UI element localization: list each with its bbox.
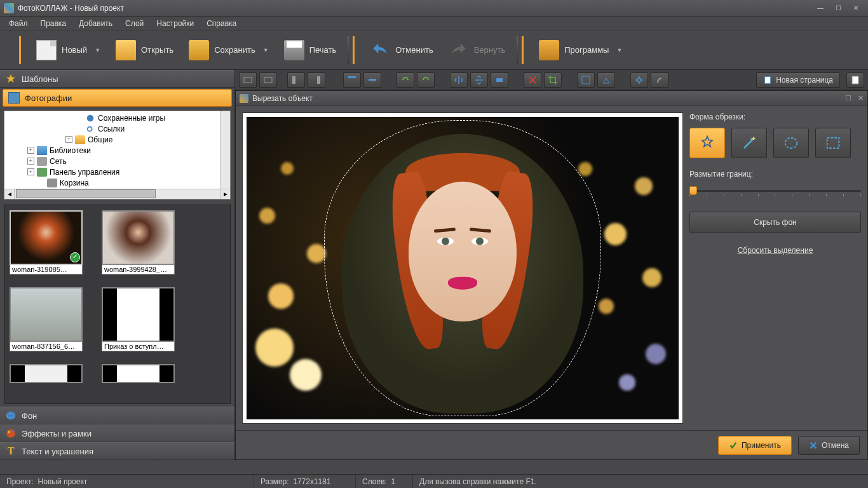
settings-button[interactable] <box>630 72 648 88</box>
programs-button[interactable]: Программы ▼ <box>531 35 630 65</box>
panel-background[interactable]: Фон <box>0 407 234 424</box>
menu-settings[interactable]: Настройки <box>150 17 200 30</box>
programs-label: Программы <box>564 45 609 55</box>
open-label: Открыть <box>141 45 173 55</box>
new-button[interactable]: Новый ▼ <box>29 35 108 65</box>
reset-selection-link[interactable]: Сбросить выделение <box>689 246 861 255</box>
menu-file[interactable]: Файл <box>3 17 34 30</box>
tool-button[interactable] <box>651 72 668 88</box>
thumb-item[interactable]: Приказ о вступл… <box>102 287 175 351</box>
dialog-maximize-button[interactable]: ☐ <box>845 94 851 102</box>
svg-rect-10 <box>348 76 356 78</box>
shape-wand-button[interactable] <box>731 128 767 158</box>
menu-edit[interactable]: Правка <box>34 17 73 30</box>
templates-label: Шаблоны <box>22 74 58 84</box>
tool-button[interactable] <box>308 72 325 88</box>
tool-button[interactable] <box>597 72 615 88</box>
close-button[interactable]: ✕ <box>848 3 864 14</box>
network-icon <box>37 157 47 166</box>
canvas[interactable] <box>242 112 683 424</box>
thumb-item[interactable] <box>102 364 175 383</box>
thumb-item[interactable]: woman-319085… <box>10 210 83 274</box>
palette-icon <box>5 428 17 439</box>
redo-button[interactable]: Вернуть <box>441 35 513 65</box>
cancel-button[interactable]: Отмена <box>798 436 860 455</box>
svg-point-5 <box>11 431 13 433</box>
shape-freehand-button[interactable] <box>689 128 725 158</box>
undo-button[interactable]: Отменить <box>362 35 440 65</box>
dialog-close-button[interactable]: ✕ <box>858 94 864 102</box>
panel-text[interactable]: T Текст и украшения <box>0 442 234 460</box>
check-icon <box>729 441 738 450</box>
apply-button[interactable]: Применить <box>718 436 792 455</box>
redo-label: Вернуть <box>474 45 506 55</box>
print-label: Печать <box>309 45 337 55</box>
tree-item[interactable]: +Библиотеки <box>6 145 229 156</box>
menu-help[interactable]: Справка <box>200 17 243 30</box>
delete-button[interactable] <box>524 72 541 88</box>
rotate-button[interactable] <box>417 72 435 88</box>
align-button[interactable] <box>363 72 381 88</box>
print-button[interactable]: Печать <box>276 35 344 65</box>
align-button[interactable] <box>343 72 361 88</box>
hide-background-button[interactable]: Скрыть фон <box>689 212 861 233</box>
thumb-item[interactable] <box>10 364 83 383</box>
panel-photos[interactable]: Фотографии <box>3 89 232 107</box>
background-label: Фон <box>22 411 37 421</box>
menu-add[interactable]: Добавить <box>72 17 119 30</box>
panel-effects[interactable]: Эффекты и рамки <box>0 424 234 442</box>
minimize-button[interactable]: — <box>812 3 829 14</box>
cut-object-dialog: Вырезать объект ☐ ✕ <box>235 90 868 460</box>
tree-hscroll[interactable]: ◂ ▸ <box>4 189 230 199</box>
tree-item[interactable]: +Сеть <box>6 156 229 166</box>
tree-item[interactable]: Корзина <box>6 177 229 188</box>
star-icon <box>5 73 17 85</box>
open-button[interactable]: Открыть <box>108 35 181 65</box>
svg-point-4 <box>8 431 10 433</box>
tool-button[interactable] <box>239 72 257 88</box>
chevron-down-icon: ▼ <box>616 47 622 53</box>
accent-bar <box>353 36 355 64</box>
shape-rect-button[interactable] <box>815 128 851 158</box>
thumb-item[interactable]: woman-837156_6… <box>10 287 83 351</box>
thumb-item[interactable]: woman-3999428_… <box>102 210 175 274</box>
sidebar-left: Шаблоны Фотографии Сохраненные игры Ссыл… <box>0 70 235 460</box>
panel-templates[interactable]: Шаблоны <box>0 70 234 88</box>
svg-rect-9 <box>317 76 320 84</box>
flip-button[interactable] <box>450 72 468 88</box>
tree-item[interactable]: Сохраненные игры <box>6 112 229 123</box>
tree-item[interactable]: +Общие <box>6 134 229 145</box>
svg-rect-7 <box>264 78 272 83</box>
flip-button[interactable] <box>470 72 488 88</box>
new-label: Новый <box>62 45 87 55</box>
new-page-label: Новая страница <box>776 76 833 85</box>
tool-button[interactable] <box>577 72 595 88</box>
crop-button[interactable] <box>544 72 562 88</box>
maximize-button[interactable]: ☐ <box>830 3 846 14</box>
new-page-button[interactable]: Новая страница <box>756 72 840 88</box>
photos-label: Фотографии <box>25 93 72 103</box>
thumb-label: woman-319085… <box>10 265 83 274</box>
menu-layer[interactable]: Слой <box>119 17 150 30</box>
tool-button[interactable] <box>491 72 508 88</box>
tree-vscroll[interactable] <box>220 111 230 189</box>
tree-item[interactable]: +Панель управления <box>6 166 229 177</box>
window-title: ФотоКОЛЛАЖ - Новый проект <box>18 4 124 13</box>
tool-button[interactable] <box>846 72 864 88</box>
recycle-icon <box>47 179 57 187</box>
main-area: Новая страница Вырезать объект ☐ ✕ <box>235 70 868 460</box>
app-icon <box>4 3 14 13</box>
folder-tree[interactable]: Сохраненные игры Ссылки +Общие +Библиоте… <box>4 111 231 200</box>
tool-button[interactable] <box>287 72 305 88</box>
rotate-button[interactable] <box>397 72 414 88</box>
status-layers: Слоев: 1 <box>356 475 413 488</box>
shape-ellipse-button[interactable] <box>773 128 809 158</box>
accent-bar <box>522 36 524 64</box>
save-label: Сохранить <box>214 45 255 55</box>
tool-button[interactable] <box>259 72 277 88</box>
titlebar: ФотоКОЛЛАЖ - Новый проект — ☐ ✕ <box>0 0 868 17</box>
save-button[interactable]: Сохранить ▼ <box>181 35 276 65</box>
tree-item[interactable]: Ссылки <box>6 123 229 134</box>
slider-thumb[interactable] <box>689 186 697 195</box>
blur-slider[interactable] <box>689 185 861 198</box>
